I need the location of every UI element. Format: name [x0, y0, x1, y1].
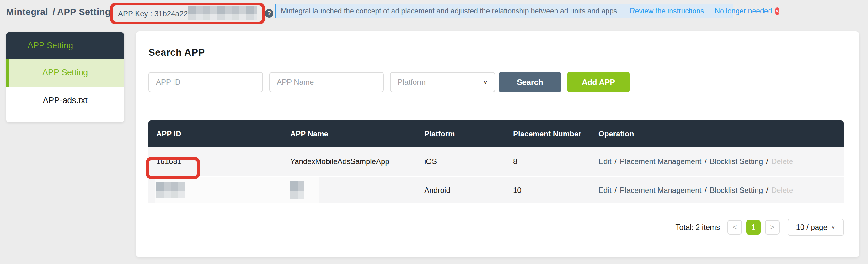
chevron-left-icon: < [733, 223, 737, 231]
cell-platform: Android [416, 186, 505, 195]
help-icon-glyph: ? [267, 10, 271, 16]
app-name-redacted-blur [290, 181, 304, 199]
sidebar-item-label: APP-ads.txt [43, 96, 88, 105]
search-form: Platform ∨ Search Add APP [149, 72, 843, 92]
cell-app-id: 161681 [149, 157, 282, 166]
edit-link[interactable]: Edit [598, 186, 611, 194]
column-header-operation: Operation [591, 130, 843, 138]
no-longer-needed-link[interactable]: No longer needed [715, 7, 772, 15]
column-header-app-id: APP ID [149, 130, 282, 138]
cell-app-name: YandexMobileAdsSampleApp [282, 157, 416, 166]
banner-message: Mintegral launched the concept of ad pla… [281, 7, 619, 15]
sidebar-group-app-setting[interactable]: APP Setting [6, 32, 124, 59]
chevron-down-icon: ∨ [831, 225, 835, 230]
platform-select-value: Platform [398, 78, 426, 87]
app-key-redacted-blur [188, 6, 257, 20]
cell-platform: iOS [416, 157, 505, 166]
cell-app-id [149, 182, 282, 198]
table-header-row: APP ID APP Name Platform Placement Numbe… [149, 121, 843, 147]
cell-app-name [282, 181, 416, 199]
next-page-button[interactable]: > [765, 220, 779, 234]
page-1-button[interactable]: 1 [746, 220, 761, 234]
cell-placement-number: 10 [505, 186, 591, 195]
placement-management-link[interactable]: Placement Management [620, 186, 701, 194]
review-instructions-link[interactable]: Review the instructions [630, 7, 704, 15]
close-icon-glyph: ✕ [775, 8, 779, 14]
sidebar-item-app-setting[interactable]: APP Setting [6, 59, 124, 87]
search-button[interactable]: Search [499, 72, 561, 92]
sidebar: APP Setting APP Setting APP-ads.txt [6, 32, 124, 122]
cell-operation: Edit/Placement Management/Blocklist Sett… [591, 186, 843, 195]
pagination-total: Total: 2 items [676, 223, 720, 232]
prev-page-button[interactable]: < [727, 220, 742, 234]
delete-link: Delete [771, 157, 793, 166]
help-icon[interactable]: ? [265, 9, 273, 18]
app-id-redacted-blur [156, 182, 185, 198]
breadcrumb-brand[interactable]: Mintegral [6, 7, 48, 17]
operation-separator: / [615, 186, 617, 194]
page-size-value: 10 / page [796, 223, 828, 232]
column-header-placement-number: Placement Number [505, 130, 591, 138]
breadcrumb-page: APP Setting [57, 7, 111, 17]
sidebar-item-app-ads-txt[interactable]: APP-ads.txt [6, 87, 124, 114]
delete-link: Delete [771, 186, 793, 194]
app-id-input[interactable] [149, 72, 263, 92]
operation-separator: / [766, 186, 768, 194]
operation-separator: / [615, 157, 617, 166]
operation-separator: / [705, 157, 707, 166]
page-title: Search APP [149, 47, 843, 58]
banner-close-icon[interactable]: ✕ [775, 7, 779, 15]
chevron-right-icon: > [770, 223, 774, 231]
column-header-platform: Platform [416, 130, 505, 138]
cell-operation: Edit/Placement Management/Blocklist Sett… [591, 157, 843, 166]
placement-management-link[interactable]: Placement Management [620, 157, 701, 166]
sidebar-item-label: APP Setting [42, 68, 88, 77]
main-content: Search APP Platform ∨ Search Add APP APP… [136, 31, 859, 257]
cell-placement-number: 8 [505, 157, 591, 166]
chevron-down-icon: ∨ [483, 79, 488, 85]
pagination: Total: 2 items < 1 > 10 / page ∨ [149, 219, 843, 236]
page-size-select[interactable]: 10 / page ∨ [788, 219, 843, 236]
operation-separator: / [766, 157, 768, 166]
app-table: APP ID APP Name Platform Placement Numbe… [149, 121, 843, 205]
app-setting-page: Mintegral/APP Setting APP Key : 31b24a22… [0, 0, 868, 264]
blocklist-setting-link[interactable]: Blocklist Setting [710, 157, 763, 166]
active-indicator-bar [6, 59, 9, 87]
column-header-app-name: APP Name [282, 130, 416, 138]
table-row: Android 10 Edit/Placement Management/Blo… [149, 177, 843, 205]
add-app-button[interactable]: Add APP [567, 72, 629, 92]
edit-link[interactable]: Edit [598, 157, 611, 166]
breadcrumb: Mintegral/APP Setting [6, 7, 113, 17]
breadcrumb-separator: / [53, 7, 55, 17]
blocklist-setting-link[interactable]: Blocklist Setting [710, 186, 763, 194]
notification-banner: Mintegral launched the concept of ad pla… [275, 4, 733, 19]
operation-separator: / [705, 186, 707, 194]
app-name-input[interactable] [269, 72, 384, 92]
table-row: 161681 YandexMobileAdsSampleApp iOS 8 Ed… [149, 147, 843, 177]
platform-select[interactable]: Platform ∨ [390, 72, 495, 92]
sidebar-group-label: APP Setting [28, 41, 73, 51]
